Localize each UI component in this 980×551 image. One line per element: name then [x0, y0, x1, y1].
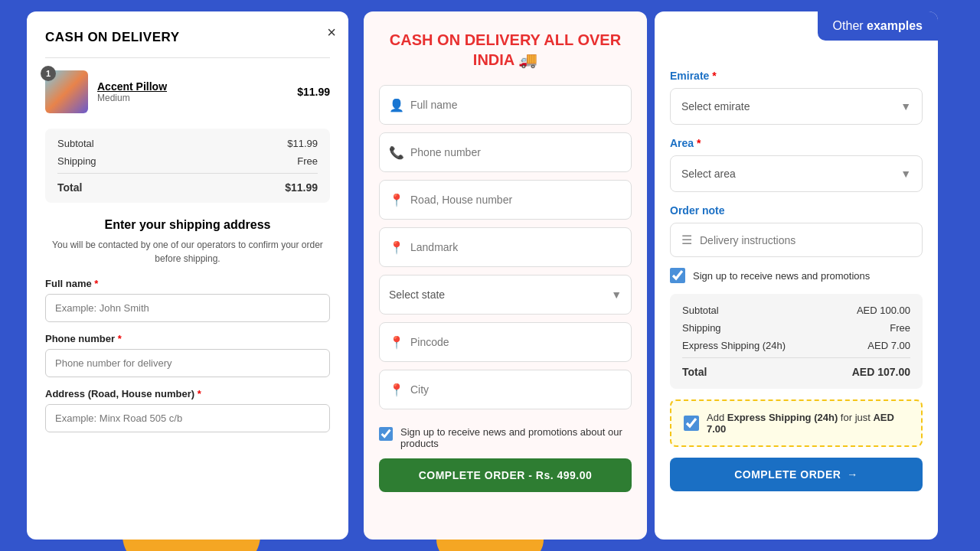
phone-icon: 📞	[389, 145, 410, 160]
landmark-input-row: 📍	[379, 227, 632, 267]
middle-phone-input[interactable]	[410, 146, 622, 158]
city-icon: 📍	[389, 383, 410, 397]
phone-field-group: Phone number *	[45, 333, 330, 377]
state-select[interactable]: Select state Maharashtra Delhi Karnataka…	[389, 289, 611, 301]
total-row: Total $11.99	[57, 173, 318, 194]
location-icon: 📍	[389, 193, 410, 207]
middle-signup-row: Sign up to receive news and promotions a…	[379, 426, 632, 449]
area-select[interactable]: Select area Downtown Marina Jumeirah Dei…	[681, 168, 900, 180]
shipping-row: Shipping Free	[57, 155, 318, 167]
express-shipping-box: Add Express Shipping (24h) for just AED …	[670, 399, 923, 447]
cart-item: 1 Accent Pillow Medium $11.99	[45, 70, 330, 113]
right-signup-checkbox[interactable]	[670, 268, 685, 283]
address-field-group: Address (Road, House number) *	[45, 388, 330, 432]
person-icon: 👤	[389, 98, 410, 112]
pincode-icon: 📍	[389, 335, 410, 350]
phone-input[interactable]	[45, 349, 330, 377]
left-panel: × CASH ON DELIVERY 1 Accent Pillow Mediu…	[27, 11, 348, 540]
other-examples-badge: Other examples	[818, 11, 938, 41]
middle-fullname-input[interactable]	[410, 99, 622, 111]
cart-image-wrap: 1	[45, 70, 88, 113]
product-price: $11.99	[297, 86, 330, 98]
total-label: Total	[57, 181, 82, 194]
product-variant: Medium	[97, 93, 167, 103]
right-summary-box: Subtotal AED 100.00 Shipping Free Expres…	[670, 294, 923, 389]
right-complete-button[interactable]: COMPLETE ORDER →	[670, 458, 923, 491]
emirate-dropdown-row[interactable]: Select emirate Dubai Abu Dhabi Sharjah A…	[670, 88, 923, 125]
right-express-row: Express Shipping (24h) AED 7.00	[682, 340, 910, 351]
product-name: Accent Pillow	[97, 80, 167, 93]
pincode-input-row: 📍	[379, 322, 632, 362]
shipping-section-desc: You will be contacted by one of our oper…	[45, 238, 330, 266]
right-complete-arrow: →	[847, 468, 858, 481]
cart-badge: 1	[41, 66, 56, 81]
delivery-instructions-row: ☰	[670, 223, 923, 257]
right-signup-row: Sign up to receive news and promotions	[670, 268, 923, 283]
subtotal-value: $11.99	[287, 138, 318, 149]
panel-title: CASH ON DELIVERY	[45, 30, 330, 45]
right-panel: Other examples Emirate * Select emirate …	[655, 11, 938, 540]
emirate-chevron-icon: ▼	[900, 100, 911, 112]
right-express-label: Express Shipping (24h)	[682, 340, 786, 351]
middle-complete-button[interactable]: COMPLETE ORDER - Rs. 499.00	[379, 458, 632, 492]
right-total-row: Total AED 107.00	[682, 357, 910, 378]
order-note-label: Order note	[670, 204, 923, 217]
delivery-instructions-input[interactable]	[700, 234, 911, 246]
close-button[interactable]: ×	[327, 24, 336, 41]
fullname-input[interactable]	[45, 294, 330, 322]
middle-pincode-input[interactable]	[410, 336, 622, 348]
right-total-label: Total	[682, 366, 707, 378]
subtotal-row: Subtotal $11.99	[57, 138, 318, 149]
middle-road-input[interactable]	[410, 194, 622, 206]
state-select-row[interactable]: Select state Maharashtra Delhi Karnataka…	[379, 275, 632, 315]
middle-title: CASH ON DELIVERY ALL OVER INDIA 🚚	[379, 30, 632, 70]
city-input-row: 📍	[379, 370, 632, 409]
middle-panel: CASH ON DELIVERY ALL OVER INDIA 🚚 👤 📞 📍 …	[364, 11, 647, 540]
chevron-down-icon: ▼	[611, 289, 622, 301]
middle-landmark-input[interactable]	[410, 241, 622, 253]
address-input[interactable]	[45, 404, 330, 432]
fullname-input-row: 👤	[379, 85, 632, 125]
right-express-value: AED 7.00	[867, 340, 910, 351]
shipping-section-title: Enter your shipping address	[45, 218, 330, 232]
examples-text: examples	[867, 19, 923, 32]
middle-signup-label: Sign up to receive news and promotions a…	[400, 426, 632, 449]
order-summary: Subtotal $11.99 Shipping Free Total $11.…	[45, 129, 330, 203]
right-total-value: AED 107.00	[852, 366, 910, 378]
right-subtotal-value: AED 100.00	[857, 305, 910, 316]
area-label: Area *	[670, 137, 923, 149]
other-text: Other	[833, 19, 867, 32]
emirate-label: Emirate *	[670, 70, 923, 82]
area-dropdown-row[interactable]: Select area Downtown Marina Jumeirah Dei…	[670, 155, 923, 192]
total-value: $11.99	[285, 181, 318, 194]
right-complete-label: COMPLETE ORDER	[734, 468, 841, 481]
phone-label: Phone number *	[45, 333, 330, 344]
right-shipping-row: Shipping Free	[682, 322, 910, 334]
fullname-field-group: Full name *	[45, 278, 330, 322]
area-chevron-icon: ▼	[900, 168, 911, 180]
road-input-row: 📍	[379, 180, 632, 220]
right-shipping-label: Shipping	[682, 322, 721, 334]
right-subtotal-label: Subtotal	[682, 305, 719, 316]
phone-input-row: 📞	[379, 132, 632, 172]
express-shipping-text: Add Express Shipping (24h) for just AED …	[707, 412, 909, 435]
shipping-value: Free	[297, 155, 318, 167]
right-signup-label: Sign up to receive news and promotions	[693, 270, 870, 282]
right-shipping-value: Free	[890, 322, 910, 334]
notes-icon: ☰	[681, 233, 692, 247]
fullname-label: Full name *	[45, 278, 330, 289]
landmark-icon: 📍	[389, 240, 410, 255]
address-label: Address (Road, House number) *	[45, 388, 330, 399]
middle-city-input[interactable]	[410, 383, 622, 396]
express-shipping-checkbox[interactable]	[684, 416, 699, 431]
emirate-select[interactable]: Select emirate Dubai Abu Dhabi Sharjah A…	[681, 100, 900, 112]
shipping-label: Shipping	[57, 155, 96, 167]
right-subtotal-row: Subtotal AED 100.00	[682, 305, 910, 316]
subtotal-label: Subtotal	[57, 138, 94, 149]
middle-signup-checkbox[interactable]	[379, 427, 393, 441]
divider	[45, 57, 330, 58]
